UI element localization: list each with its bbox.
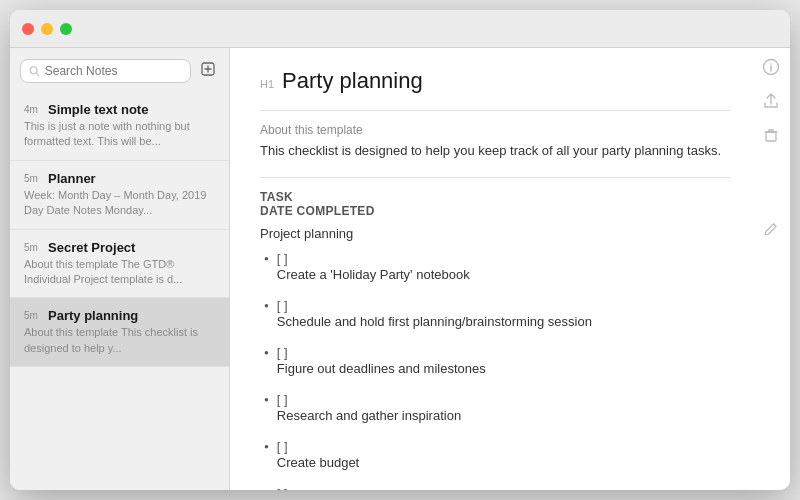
bullet-icon: ● (264, 489, 269, 490)
checkbox[interactable]: [ ] (277, 439, 359, 454)
checkbox[interactable]: [ ] (277, 345, 486, 360)
close-button[interactable] (22, 23, 34, 35)
checkbox[interactable]: [ ] (277, 486, 288, 490)
note-preview: About this template This checklist is de… (24, 325, 215, 356)
note-time: 5m (24, 310, 42, 321)
detail-panel: H1 Party planning About this template Th… (230, 48, 790, 490)
template-label: About this template (260, 123, 730, 137)
checklist-text: Create budget (277, 454, 359, 472)
checklist-item-2: ● [ ] Figure out deadlines and milestone… (260, 345, 730, 378)
template-section: About this template This checklist is de… (260, 123, 730, 161)
note-title: Secret Project (48, 240, 135, 255)
search-icon (29, 65, 40, 77)
checklist-text: Research and gather inspiration (277, 407, 461, 425)
checklist-items: ● [ ] Create a 'Holiday Party' notebook … (260, 251, 730, 491)
note-item-planner[interactable]: 5m Planner Week: Month Day – Month Day, … (10, 161, 229, 230)
note-item-party-planning[interactable]: 5m Party planning About this template Th… (10, 298, 229, 367)
divider-2 (260, 177, 730, 178)
checklist-item-4: ● [ ] Create budget (260, 439, 730, 472)
note-meta: 5m Secret Project (24, 240, 215, 255)
bullet-icon: ● (264, 395, 269, 404)
note-preview: Week: Month Day – Month Day, 2019 Day Da… (24, 188, 215, 219)
compose-icon (200, 61, 216, 77)
note-meta: 5m Party planning (24, 308, 215, 323)
svg-rect-5 (766, 132, 776, 141)
note-preview: This is just a note with nothing but for… (24, 119, 215, 150)
note-time: 5m (24, 173, 42, 184)
checklist-text: Schedule and hold first planning/brainst… (277, 313, 592, 331)
note-title: Simple text note (48, 102, 148, 117)
titlebar (10, 10, 790, 48)
svg-point-4 (770, 63, 772, 65)
notes-list: 4m Simple text note This is just a note … (10, 92, 229, 490)
task-table-header: TASK DATE COMPLETED (260, 190, 730, 218)
checkbox[interactable]: [ ] (277, 298, 592, 313)
task-col-task: TASK (260, 190, 730, 204)
search-input[interactable] (45, 64, 182, 78)
compose-button[interactable] (197, 58, 219, 84)
maximize-button[interactable] (60, 23, 72, 35)
checklist-text: Figure out deadlines and milestones (277, 360, 486, 378)
minimize-button[interactable] (41, 23, 53, 35)
note-heading: H1 Party planning (260, 68, 730, 94)
note-item-secret-project[interactable]: 5m Secret Project About this template Th… (10, 230, 229, 299)
template-desc: This checklist is designed to help you k… (260, 141, 730, 161)
note-time: 5m (24, 242, 42, 253)
traffic-lights (22, 23, 72, 35)
checklist-item-1: ● [ ] Schedule and hold first planning/b… (260, 298, 730, 331)
info-icon[interactable] (762, 58, 780, 80)
task-col-date: DATE COMPLETED (260, 204, 730, 218)
pencil-icon[interactable] (762, 220, 780, 242)
section-label: Project planning (260, 226, 730, 241)
divider-1 (260, 110, 730, 111)
note-time: 4m (24, 104, 42, 115)
trash-icon[interactable] (762, 126, 780, 148)
detail-scroll[interactable]: H1 Party planning About this template Th… (230, 48, 790, 490)
checkbox[interactable]: [ ] (277, 392, 461, 407)
checklist-item-0: ● [ ] Create a 'Holiday Party' notebook (260, 251, 730, 284)
search-input-wrap[interactable] (20, 59, 191, 83)
heading-text: Party planning (282, 68, 423, 94)
note-meta: 4m Simple text note (24, 102, 215, 117)
heading-tag: H1 (260, 78, 274, 90)
checklist-item-3: ● [ ] Research and gather inspiration (260, 392, 730, 425)
search-bar (10, 48, 229, 92)
note-item-simple-text[interactable]: 4m Simple text note This is just a note … (10, 92, 229, 161)
bullet-icon: ● (264, 442, 269, 451)
checklist-text: Create a 'Holiday Party' notebook (277, 266, 470, 284)
app-window: 4m Simple text note This is just a note … (10, 10, 790, 490)
main-content: 4m Simple text note This is just a note … (10, 48, 790, 490)
bullet-icon: ● (264, 301, 269, 310)
note-title: Party planning (48, 308, 138, 323)
note-preview: About this template The GTD® Individual … (24, 257, 215, 288)
svg-line-1 (36, 73, 39, 76)
checkbox[interactable]: [ ] (277, 251, 470, 266)
bullet-icon: ● (264, 254, 269, 263)
sidebar: 4m Simple text note This is just a note … (10, 48, 230, 490)
bullet-icon: ● (264, 348, 269, 357)
note-title: Planner (48, 171, 96, 186)
detail-toolbar (762, 58, 780, 242)
share-icon[interactable] (762, 92, 780, 114)
checklist-item-5: ● [ ] ... (260, 486, 730, 490)
note-meta: 5m Planner (24, 171, 215, 186)
